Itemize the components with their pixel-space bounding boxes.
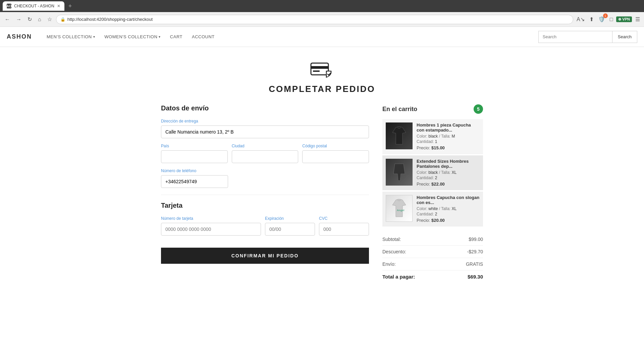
card-section-title: Tarjeta	[161, 202, 369, 209]
card-number-input[interactable]	[161, 223, 261, 236]
search-input[interactable]	[538, 31, 612, 43]
cart-item-price: Precio: $20.00	[417, 218, 480, 223]
browser-chrome: AO CHECKOUT - ASHON ✕ +	[0, 0, 644, 12]
hoodie-white-icon: Angel	[391, 198, 408, 218]
confirm-order-button[interactable]: CONFIRMAR MI PEDIDO	[161, 248, 369, 264]
cart-section: En el carrito 5 Hombres 1 pieza Capucha …	[382, 104, 483, 283]
extensions-icon[interactable]: 🛡️ 1	[597, 15, 606, 24]
grand-total-label: Total a pagar:	[382, 274, 415, 280]
city-input[interactable]	[232, 150, 299, 163]
card-form-row: Número de tarjeta Expiración CVC	[161, 216, 369, 241]
cart-title: En el carrito	[382, 106, 417, 113]
cart-item-price: Precio: $15.00	[417, 145, 480, 150]
card-number-group: Número de tarjeta	[161, 216, 261, 236]
nav-mens-collection[interactable]: MEN'S COLLECTION ▾	[42, 34, 100, 39]
forward-button[interactable]: →	[14, 15, 23, 24]
grand-total-row: Total a pagar: $69.30	[382, 270, 483, 283]
cart-item: Hombres 1 pieza Capucha con estampado...…	[382, 119, 483, 154]
tab-close-button[interactable]: ✕	[57, 4, 60, 8]
favicon: AO	[7, 4, 11, 8]
address-bar[interactable]: 🔒 http://localhost:4200/shopping-cart/ch…	[56, 15, 573, 24]
country-label: País	[161, 144, 228, 148]
svg-rect-1	[311, 66, 328, 69]
discount-label: Descuento:	[382, 249, 406, 254]
card-number-label: Número de tarjeta	[161, 216, 261, 221]
bookmark-button[interactable]: ☆	[45, 15, 54, 24]
reload-button[interactable]: ↻	[25, 15, 34, 24]
postal-input[interactable]	[302, 150, 369, 163]
cvc-group: CVC	[319, 216, 369, 236]
nav-account[interactable]: ACCOUNT	[187, 34, 219, 39]
shipping-value: GRATIS	[466, 261, 483, 267]
nav-links: MEN'S COLLECTION ▾ WOMEN'S COLLECTION ▾ …	[42, 34, 538, 39]
hoodie-icon	[391, 126, 408, 146]
cart-item-color: Color: black / Talla: M	[417, 134, 480, 139]
profile-icon[interactable]: □	[608, 15, 614, 24]
brand-logo[interactable]: ASHON	[7, 33, 32, 40]
subtotal-label: Subtotal:	[382, 237, 401, 242]
navbar: ASHON MEN'S COLLECTION ▾ WOMEN'S COLLECT…	[0, 27, 644, 47]
cart-item-details: Hombres Capucha con slogan con es... Col…	[417, 195, 480, 223]
new-tab-button[interactable]: +	[67, 3, 73, 10]
address-label: Dirección de entrega	[161, 119, 369, 123]
cart-totals: Subtotal: $99.00 Descuento: -$29.70 Enví…	[382, 233, 483, 283]
cart-count-badge: 5	[474, 104, 483, 114]
phone-field-group: Número de teléfono	[161, 168, 369, 188]
cart-item-quantity: Cantidad: 1	[417, 139, 480, 144]
address-input[interactable]	[161, 126, 369, 138]
checkout-title: COMPLETAR PEDIDO	[0, 84, 644, 94]
cart-item-image	[386, 122, 413, 149]
cart-item-image	[386, 159, 413, 186]
cart-item-color: Color: white / Talla: XL	[417, 206, 480, 211]
address-field-group: Dirección de entrega	[161, 119, 369, 138]
cart-item-image: Angel	[386, 195, 413, 222]
cart-header: En el carrito 5	[382, 104, 483, 114]
subtotal-value: $99.00	[469, 237, 483, 242]
phone-input[interactable]	[161, 175, 228, 188]
chevron-down-icon: ▾	[93, 35, 95, 39]
postal-field-group: Código postal	[302, 144, 369, 163]
phone-label: Número de teléfono	[161, 168, 369, 173]
discount-value: -$29.70	[467, 249, 483, 254]
pants-icon	[391, 162, 408, 182]
cvc-input[interactable]	[319, 223, 369, 236]
shipping-row: Envío: GRATIS	[382, 258, 483, 270]
svg-rect-2	[313, 70, 320, 72]
checkout-icon-wrap	[0, 60, 644, 81]
main-content: COMPLETAR PEDIDO Datos de envío Direcció…	[0, 47, 644, 349]
cart-item: Extended Sizes Hombres Pantalones dep...…	[382, 155, 483, 190]
share-icon[interactable]: ⬆	[588, 15, 595, 24]
menu-icon[interactable]: ☰	[634, 15, 641, 24]
cvc-label: CVC	[319, 216, 369, 221]
expiry-group: Expiración	[265, 216, 315, 236]
cart-item-name: Hombres 1 pieza Capucha con estampado...	[417, 122, 480, 133]
discount-row: Descuento: -$29.70	[382, 246, 483, 258]
svg-text:Angel: Angel	[397, 209, 404, 212]
city-field-group: Ciudad	[232, 144, 299, 163]
city-label: Ciudad	[232, 144, 299, 148]
postal-label: Código postal	[302, 144, 369, 148]
location-fields-row: País Ciudad Código postal	[161, 144, 369, 163]
checkout-body: Datos de envío Dirección de entrega País…	[121, 104, 523, 303]
country-input[interactable]	[161, 150, 228, 163]
cart-item-name: Extended Sizes Hombres Pantalones dep...	[417, 159, 480, 169]
lock-icon: 🔒	[60, 17, 65, 22]
browser-tab[interactable]: AO CHECKOUT - ASHON ✕	[3, 1, 64, 11]
nav-cart[interactable]: CART	[165, 34, 187, 39]
checkout-icon	[310, 60, 334, 81]
toolbar-icons: A↘ ⬆ 🛡️ 1 □ ⊕ VPN ☰	[575, 15, 641, 24]
expiry-input[interactable]	[265, 223, 315, 236]
cart-item-details: Hombres 1 pieza Capucha con estampado...…	[417, 122, 480, 150]
cart-item-color: Color: black / Talla: XL	[417, 170, 480, 175]
cart-item-price: Precio: $22.00	[417, 182, 480, 187]
url-text: http://localhost:4200/shopping-cart/chec…	[67, 17, 153, 22]
vpn-badge[interactable]: ⊕ VPN	[616, 16, 632, 22]
cart-item-details: Extended Sizes Hombres Pantalones dep...…	[417, 159, 480, 187]
search-button[interactable]: Search	[612, 31, 637, 43]
nav-womens-collection[interactable]: WOMEN'S COLLECTION ▾	[100, 34, 165, 39]
home-button[interactable]: ⌂	[36, 15, 43, 24]
back-button[interactable]: ←	[3, 15, 12, 24]
translate-icon[interactable]: A↘	[575, 15, 586, 24]
browser-toolbar: ← → ↻ ⌂ ☆ 🔒 http://localhost:4200/shoppi…	[0, 12, 644, 27]
shipping-label: Envío:	[382, 261, 396, 267]
